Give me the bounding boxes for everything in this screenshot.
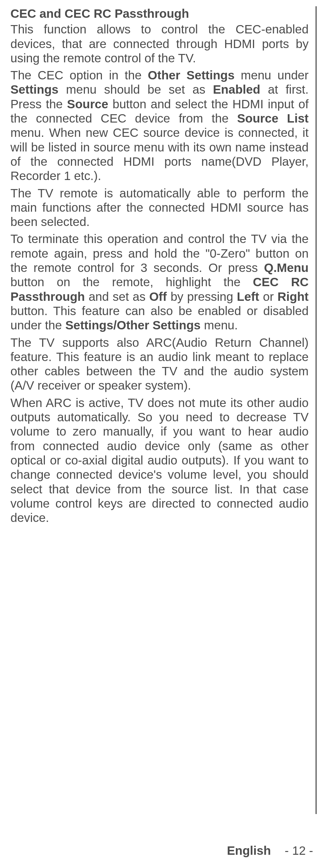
document-page: CEC and CEC RC Passthrough This function…	[0, 0, 334, 868]
footer-page-number: - 12 -	[285, 844, 313, 857]
paragraph-3: The TV remote is automatically able to p…	[10, 186, 309, 229]
text-run: button on the remote, highlight the	[10, 275, 253, 289]
paragraph-5: The TV supports also ARC(Audio Return Ch…	[10, 335, 309, 393]
bold-right: Right	[278, 290, 309, 303]
bold-left: Left	[237, 290, 259, 303]
bold-settings-other-settings: Settings/Other Settings	[65, 318, 201, 332]
bold-source-list: Source List	[237, 111, 309, 125]
paragraph-4: To terminate this operation and control …	[10, 232, 309, 332]
paragraph-2: The CEC option in the Other Settings men…	[10, 68, 309, 183]
section-heading: CEC and CEC RC Passthrough	[10, 6, 309, 21]
bold-other-settings: Other Settings	[148, 68, 234, 82]
text-run: menu under	[234, 68, 309, 82]
bold-settings: Settings	[10, 83, 58, 96]
footer-language: English	[227, 844, 271, 857]
page-footer: English - 12 -	[227, 844, 313, 858]
text-run: menu should be set as	[58, 83, 213, 96]
bold-source: Source	[67, 97, 109, 111]
text-run: by pressing	[167, 290, 237, 303]
text-run: menu.	[201, 318, 238, 332]
text-column: CEC and CEC RC Passthrough This function…	[10, 6, 317, 814]
text-run: or	[259, 290, 278, 303]
text-run: menu. When new CEC source device is conn…	[10, 126, 309, 182]
bold-enabled: Enabled	[213, 83, 260, 96]
text-run: and set as	[85, 290, 149, 303]
bold-off: Off	[149, 290, 167, 303]
text-run: The CEC option in the	[10, 68, 148, 82]
paragraph-1: This function allows to control the CEC-…	[10, 22, 309, 65]
bold-qmenu: Q.Menu	[264, 261, 309, 274]
paragraph-6: When ARC is active, TV does not mute its…	[10, 396, 309, 525]
